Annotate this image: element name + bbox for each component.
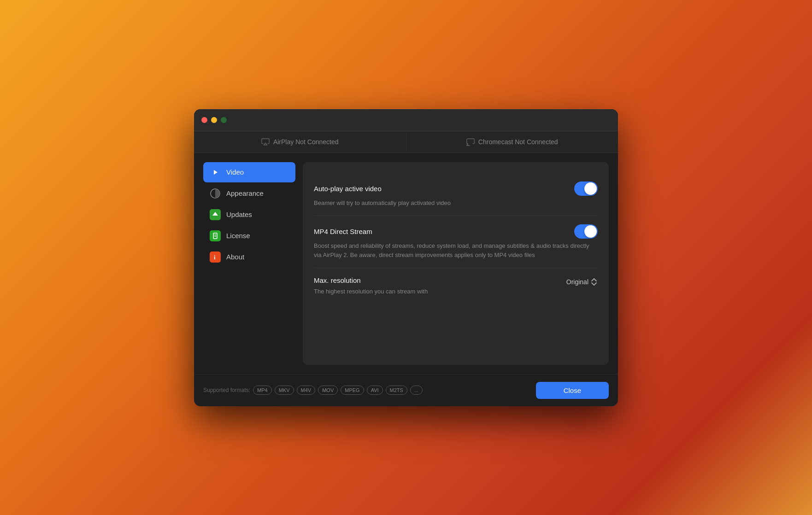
format-mpeg: MPEG	[341, 386, 364, 395]
resolution-info: Max. resolution The highest resolution y…	[314, 276, 566, 296]
svg-marker-4	[212, 212, 218, 216]
autoplay-description: Beamer will try to automatically play ac…	[314, 199, 598, 208]
autoplay-header: Auto-play active video	[314, 181, 598, 196]
tab-airplay[interactable]: AirPlay Not Connected	[194, 131, 406, 152]
title-bar	[194, 109, 618, 131]
updates-icon	[210, 209, 221, 220]
svg-marker-0	[264, 143, 267, 145]
settings-panel: Auto-play active video Beamer will try t…	[303, 162, 609, 365]
about-icon: i	[210, 252, 221, 263]
mp4direct-header: MP4 Direct Stream	[314, 224, 598, 239]
svg-point-1	[467, 145, 468, 146]
chromecast-icon	[466, 138, 475, 146]
close-window-button[interactable]	[201, 117, 207, 123]
autoplay-toggle-knob	[584, 182, 597, 195]
tabs-bar: AirPlay Not Connected Chromecast Not Con…	[194, 131, 618, 153]
minimize-window-button[interactable]	[211, 117, 217, 123]
sidebar-item-about[interactable]: i About	[203, 247, 295, 267]
mp4direct-toggle-knob	[584, 225, 597, 238]
autoplay-toggle[interactable]	[574, 181, 598, 196]
resolution-select[interactable]: Original	[566, 277, 598, 287]
tab-chromecast-label: Chromecast Not Connected	[478, 138, 558, 146]
sidebar: Video Appearance Update	[203, 162, 295, 365]
format-more: ...	[410, 386, 423, 395]
autoplay-title: Auto-play active video	[314, 185, 382, 193]
sidebar-video-label: Video	[226, 168, 244, 176]
format-m4v: M4V	[297, 386, 316, 395]
format-m2ts: M2TS	[386, 386, 407, 395]
resolution-value: Original	[566, 278, 588, 286]
sidebar-appearance-label: Appearance	[226, 189, 264, 197]
resolution-description: The highest resolution you can stream wi…	[314, 287, 566, 296]
mp4direct-title: MP4 Direct Stream	[314, 228, 372, 235]
license-icon	[210, 230, 221, 241]
svg-text:i: i	[214, 254, 216, 261]
svg-rect-5	[213, 233, 217, 239]
svg-marker-2	[214, 170, 218, 175]
video-icon	[210, 167, 221, 178]
sidebar-item-video[interactable]: Video	[203, 162, 295, 182]
sidebar-updates-label: Updates	[226, 211, 252, 218]
supported-formats-label: Supported formats:	[203, 387, 250, 393]
autoplay-setting: Auto-play active video Beamer will try t…	[314, 173, 598, 217]
sidebar-item-appearance[interactable]: Appearance	[203, 183, 295, 204]
resolution-setting: Max. resolution The highest resolution y…	[314, 268, 598, 304]
format-mp4: MP4	[253, 386, 272, 395]
appearance-icon	[210, 188, 221, 199]
resolution-row: Max. resolution The highest resolution y…	[314, 276, 598, 296]
mp4direct-setting: MP4 Direct Stream Boost speed and reliab…	[314, 216, 598, 268]
sidebar-item-license[interactable]: License	[203, 226, 295, 246]
format-mov: MOV	[318, 386, 338, 395]
chevron-updown-icon	[590, 277, 598, 287]
sidebar-about-label: About	[226, 253, 244, 261]
tab-chromecast[interactable]: Chromecast Not Connected	[406, 131, 618, 152]
sidebar-license-label: License	[226, 232, 250, 240]
supported-formats: Supported formats: MP4 MKV M4V MOV MPEG …	[203, 386, 423, 395]
resolution-title: Max. resolution	[314, 276, 566, 284]
format-avi: AVI	[367, 386, 383, 395]
mp4direct-description: Boost speed and reliability of streams, …	[314, 241, 598, 259]
mp4direct-toggle[interactable]	[574, 224, 598, 239]
tab-airplay-label: AirPlay Not Connected	[273, 138, 339, 146]
maximize-window-button[interactable]	[221, 117, 227, 123]
format-mkv: MKV	[275, 386, 294, 395]
footer: Supported formats: MP4 MKV M4V MOV MPEG …	[194, 374, 618, 406]
app-window: AirPlay Not Connected Chromecast Not Con…	[194, 109, 618, 406]
close-button[interactable]: Close	[536, 382, 609, 399]
airplay-icon	[261, 138, 270, 146]
main-content: Video Appearance Update	[194, 153, 618, 374]
sidebar-item-updates[interactable]: Updates	[203, 205, 295, 225]
